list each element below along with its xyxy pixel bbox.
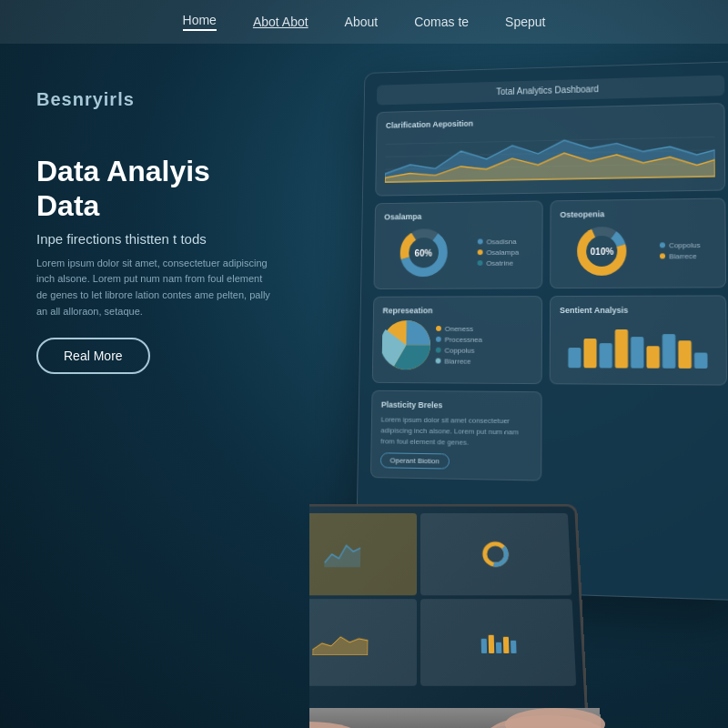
right-panel: Total Analytics Dashboard Clarification … (309, 44, 728, 728)
bar-chart (560, 320, 717, 371)
navigation: Home Abot Abot About Comas te Speput (0, 0, 728, 44)
nav-item-contact[interactable]: Comas te (414, 15, 469, 29)
hero-subtitle: Inpe firections thistten t tods (36, 231, 273, 247)
area-chart-card: Clarification Aeposition (375, 103, 725, 197)
hero-title: Data Analyis Data (36, 154, 273, 224)
dashboard-header: Total Analytics Dashboard (377, 75, 724, 105)
pie-chart (382, 320, 431, 369)
laptop-screen-card1 (309, 513, 417, 595)
pie-legend: Oneness Processnea Coppolus Blarrece (436, 325, 483, 366)
donut2-card: Osteopenia 010% Coppolus Bl (550, 197, 726, 288)
svg-rect-12 (600, 343, 612, 368)
laptop-mini-chart1 (324, 541, 360, 567)
bar-chart-title: Sentient Analysis (560, 306, 716, 315)
svg-rect-11 (583, 339, 596, 368)
pie-title: Represeation (382, 306, 532, 315)
svg-rect-15 (646, 346, 659, 368)
svg-rect-14 (631, 337, 643, 369)
nav-item-signup[interactable]: Speput (505, 15, 545, 29)
svg-point-30 (505, 708, 605, 728)
area-chart (385, 127, 715, 183)
donut2-legend: Coppolus Blarrece (660, 240, 701, 259)
left-panel: Besnryirls Data Analyis Data Inpe firect… (0, 44, 309, 728)
nav-item-about[interactable]: About (345, 15, 379, 29)
donut1-title: Osalampa (384, 210, 533, 221)
donut1-label: 60% (415, 248, 432, 258)
bar-chart-card: Sentient Analysis (550, 295, 727, 385)
svg-rect-18 (694, 353, 708, 369)
donut1-card: Osalampa 60% Osadisna Osala (373, 200, 542, 289)
svg-rect-16 (662, 334, 676, 369)
cta-button[interactable]: Real More (36, 338, 150, 374)
laptop-mini-donut (481, 541, 509, 567)
svg-rect-17 (678, 340, 692, 369)
donut2-chart: 010% Coppolus Blarrece (560, 223, 715, 278)
nav-item-abot[interactable]: Abot Abot (253, 15, 308, 29)
area-chart-title: Clarification Aeposition (386, 113, 715, 130)
svg-rect-13 (615, 329, 628, 369)
svg-line-0 (386, 136, 715, 144)
svg-rect-10 (568, 348, 581, 368)
hands-svg (309, 644, 628, 728)
donut2-title: Osteopenia (560, 208, 715, 219)
laptop-visual: A/B Testing 1 $ Feuing (309, 408, 619, 728)
hero-description: Lorem ipsum dolor sit amet, consectetuer… (36, 256, 273, 319)
svg-point-27 (309, 722, 364, 728)
brand-name: Besnryirls (36, 89, 273, 110)
pie-card: Represeation Oneness Processnea Coppolus (372, 296, 542, 384)
donut1-chart: 60% Osadisna Osalampa Osatrine (383, 225, 533, 279)
nav-item-home[interactable]: Home (183, 13, 217, 31)
laptop-screen-card2 (420, 513, 571, 595)
donut2-label: 010% (591, 246, 614, 256)
donut1-legend: Osadisna Osalampa Osatrine (477, 238, 519, 268)
